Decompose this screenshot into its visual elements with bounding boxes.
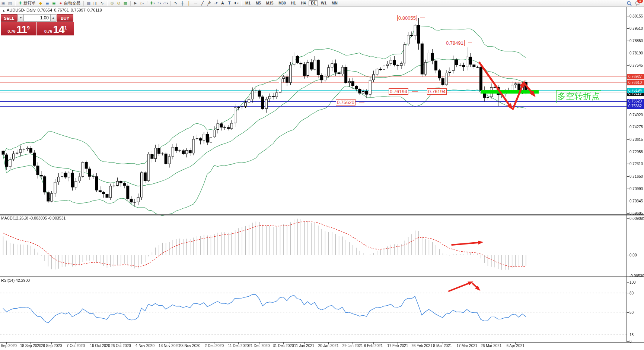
time-axis-label: 17 Feb 2021 bbox=[387, 344, 408, 348]
ohlc-high: 0.76761 bbox=[54, 8, 69, 12]
buy-price-box[interactable]: 0.76 14 1 bbox=[37, 22, 74, 35]
crosshair-icon[interactable]: ┼ bbox=[179, 0, 185, 6]
time-axis-label: 4 Nov 2020 bbox=[136, 344, 154, 348]
price-tick-label: 0.70345 bbox=[629, 199, 643, 203]
price-tick-label: 0.72955 bbox=[629, 150, 643, 154]
search-icon[interactable] bbox=[626, 0, 632, 6]
price-tick-label: 0.77545 bbox=[629, 63, 643, 67]
time-axis-label: Sep 2020 bbox=[1, 344, 17, 348]
time-axis-label: 6 Apr 2021 bbox=[506, 344, 524, 348]
timeframe-mn[interactable]: MN bbox=[329, 0, 340, 6]
tile-windows-icon[interactable]: ▦ bbox=[122, 0, 128, 6]
macd-tick-label: -0.005306 bbox=[629, 274, 644, 278]
auto-scroll-icon[interactable]: ► bbox=[133, 0, 138, 6]
rsi-label: RSI(14) 42.2900 bbox=[1, 278, 30, 283]
time-axis-label: 23 Nov 2020 bbox=[179, 344, 201, 348]
sell-price-sup: 9 bbox=[27, 26, 29, 30]
arrows-icon[interactable]: ✦▾ bbox=[233, 0, 239, 6]
profile-icon[interactable]: ▤ bbox=[7, 0, 13, 6]
price-tick-label: 0.74275 bbox=[629, 125, 643, 129]
fibonacci-icon[interactable]: ┄F bbox=[213, 0, 219, 6]
market-depth-icon[interactable]: ≣ bbox=[44, 0, 50, 6]
time-axis-label: 11 Dec 2020 bbox=[228, 344, 249, 348]
price-tick-label: 0.73615 bbox=[629, 138, 643, 142]
toolbar-separator bbox=[130, 1, 131, 6]
toolbar-separator bbox=[83, 1, 84, 6]
time-axis-label: 16 Oct 2020 bbox=[90, 344, 110, 348]
timeframe-m15[interactable]: M15 bbox=[264, 0, 275, 6]
timeframe-m1[interactable]: M1 bbox=[243, 0, 253, 6]
new-order-icon[interactable]: ✚ bbox=[17, 0, 23, 6]
new-order-icon-label[interactable]: 新订单 bbox=[23, 0, 36, 6]
toolbar: ▣▤✚新订单◆≣◉●自动交易▥◫∿⊕⊖▦►▻✚▾◔▾▱▾↖┼│─╱╱E┄FAT✦… bbox=[0, 0, 644, 7]
chart-canvas[interactable] bbox=[0, 0, 644, 350]
vertical-line-icon[interactable]: │ bbox=[186, 0, 192, 6]
timeframe-d1[interactable]: D1 bbox=[309, 0, 318, 6]
timeframe-h4[interactable]: H4 bbox=[299, 0, 308, 6]
bar-chart-icon[interactable]: ▥ bbox=[86, 0, 92, 6]
timeframe-m30[interactable]: M30 bbox=[276, 0, 288, 6]
rsi-tick-label: 0 bbox=[629, 340, 632, 344]
autotrading-icon[interactable]: ● bbox=[58, 0, 64, 6]
timeframe-h1[interactable]: H1 bbox=[289, 0, 298, 6]
chart-window-icon[interactable]: ▣ bbox=[0, 0, 6, 6]
trendline-icon[interactable]: ╱ bbox=[200, 0, 205, 6]
price-tick-label: 0.78850 bbox=[629, 39, 643, 43]
periods-icon[interactable]: ◔▾ bbox=[156, 0, 162, 6]
text-label-icon[interactable]: T bbox=[226, 0, 232, 6]
timeframe-m5[interactable]: M5 bbox=[254, 0, 263, 6]
time-axis-label: 17 Mar 2021 bbox=[456, 344, 477, 348]
notifications-icon[interactable]: 1 bbox=[635, 0, 641, 6]
styler-icon[interactable]: ◆ bbox=[38, 0, 44, 6]
toolbar-separator bbox=[241, 1, 241, 6]
profiles-icon[interactable]: ▱▾ bbox=[163, 0, 169, 6]
toolbar-separator bbox=[170, 1, 171, 6]
turning-point-annotation: 多空转折点 bbox=[556, 90, 601, 103]
candlestick-chart-icon[interactable]: ◫ bbox=[92, 0, 98, 6]
time-axis-label: 26 Mar 2021 bbox=[481, 344, 501, 348]
chart-shift-icon[interactable]: ▻ bbox=[139, 0, 145, 6]
volume-increase-button[interactable]: ▲ bbox=[50, 14, 56, 22]
volume-input[interactable] bbox=[24, 14, 50, 22]
cursor-icon[interactable]: ↖ bbox=[173, 0, 179, 6]
one-click-trading-panel: SELL ▼ ▲ BUY 0.76 11 9 0.76 14 1 bbox=[1, 14, 74, 35]
buy-price-small: 0.76 bbox=[44, 28, 52, 34]
volume-decrease-button[interactable]: ▼ bbox=[18, 14, 24, 22]
price-tick-label: 0.74920 bbox=[629, 113, 643, 117]
time-axis-label: 20 Jan 2021 bbox=[318, 344, 339, 348]
price-annotation-label: 0.76194 bbox=[427, 88, 447, 95]
line-chart-icon[interactable]: ∿ bbox=[99, 0, 105, 6]
zoom-out-icon[interactable]: ⊖ bbox=[116, 0, 122, 6]
price-axis-badge: 0.76194 bbox=[627, 88, 644, 93]
zoom-in-icon[interactable]: ⊕ bbox=[109, 0, 115, 6]
rsi-tick-label: 50 bbox=[629, 310, 634, 315]
macd-tick-label: 0.009081 bbox=[629, 217, 644, 221]
sell-price-big: 11 bbox=[16, 25, 27, 34]
symbol-period-label: AUDUSD-,Daily bbox=[7, 8, 36, 12]
price-annotation-label: 0.80055 bbox=[397, 15, 417, 21]
indicators-icon[interactable]: ✚▾ bbox=[149, 0, 155, 6]
sell-button[interactable]: SELL bbox=[1, 14, 17, 22]
price-tick-label: 0.79510 bbox=[629, 26, 643, 31]
price-tick-label: 0.78190 bbox=[629, 51, 643, 55]
text-icon[interactable]: A bbox=[220, 0, 226, 6]
equidistant-channel-icon[interactable]: ╱E bbox=[206, 0, 212, 6]
time-axis-label: 29 Jan 2021 bbox=[342, 344, 363, 348]
signals-icon[interactable]: ◉ bbox=[51, 0, 57, 6]
collapse-triangle-icon[interactable]: ▲ bbox=[2, 9, 5, 12]
macd-tick-label: 0.00 bbox=[629, 253, 637, 257]
macd-label: MACD(12,26,9) -0.003005 -0.003531 bbox=[1, 216, 66, 220]
price-tick-label: 0.70990 bbox=[629, 187, 643, 191]
buy-price-big: 14 bbox=[53, 25, 64, 34]
horizontal-line-icon[interactable]: ─ bbox=[193, 0, 199, 6]
timeframe-w1[interactable]: W1 bbox=[319, 0, 329, 6]
sell-price-box[interactable]: 0.76 11 9 bbox=[1, 22, 36, 35]
autotrading-icon-label[interactable]: 自动交易 bbox=[64, 0, 80, 6]
price-annotation-label: 0.76194 bbox=[389, 88, 408, 95]
time-axis-label: 26 Feb 2021 bbox=[411, 344, 432, 348]
time-axis-label: 2 Dec 2020 bbox=[205, 344, 224, 348]
price-tick-label: 0.72310 bbox=[629, 162, 643, 166]
time-axis-label: 8 Feb 2021 bbox=[364, 344, 383, 348]
time-axis-label: 7 Oct 2020 bbox=[67, 344, 85, 348]
buy-button[interactable]: BUY bbox=[57, 14, 73, 22]
